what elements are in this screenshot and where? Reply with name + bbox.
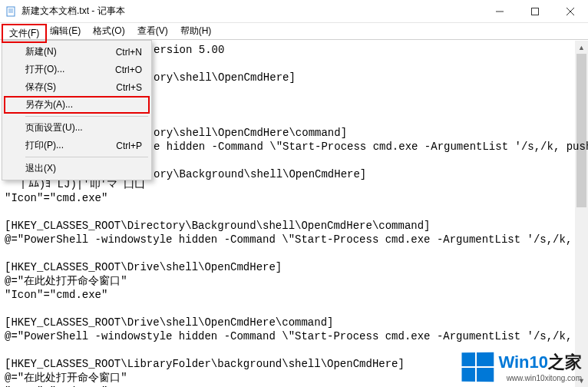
window-controls xyxy=(482,0,588,22)
menu-edit[interactable]: 编辑(E) xyxy=(44,23,87,39)
windows-logo-icon xyxy=(462,352,494,382)
menu-new[interactable]: 新建(N) Ctrl+N xyxy=(4,43,150,61)
maximize-button[interactable] xyxy=(517,0,553,22)
svg-rect-5 xyxy=(532,8,539,15)
menu-save[interactable]: 保存(S) Ctrl+S xyxy=(4,78,150,96)
menu-new-shortcut: Ctrl+N xyxy=(116,47,142,58)
watermark-url: www.win10xitong.com xyxy=(498,374,582,382)
menubar: 文件(F) 文件(F) 编辑(E) 格式(O) 查看(V) 帮助(H) xyxy=(0,23,588,40)
menu-separator-2 xyxy=(25,157,148,157)
file-dropdown: 新建(N) Ctrl+N 打开(O)... Ctrl+O 保存(S) Ctrl+… xyxy=(2,40,152,180)
menu-file[interactable]: 文件(F) xyxy=(3,25,45,41)
menu-exit[interactable]: 退出(X) xyxy=(4,160,150,177)
svg-rect-0 xyxy=(7,7,15,16)
watermark-main-b: 之家 xyxy=(548,352,582,372)
menu-view[interactable]: 查看(V) xyxy=(131,23,174,39)
menu-saveas[interactable]: 另存为(A)... xyxy=(4,96,150,114)
menu-saveas-label: 另存为(A)... xyxy=(25,98,73,111)
window-title: 新建文本文档.txt - 记事本 xyxy=(21,5,125,18)
scroll-thumb[interactable] xyxy=(576,54,586,207)
watermark-main-a: Win10 xyxy=(498,352,548,372)
menu-open-shortcut: Ctrl+O xyxy=(115,64,142,75)
notepad-icon xyxy=(5,5,17,18)
menu-open-label: 打开(O)... xyxy=(25,63,64,76)
menu-save-label: 保存(S) xyxy=(25,81,56,94)
vertical-scrollbar[interactable]: ▲ ▼ xyxy=(575,41,588,387)
watermark: Win10之家 www.win10xitong.com xyxy=(461,351,582,382)
menu-print-label: 打印(P)... xyxy=(25,139,64,152)
menu-print-shortcut: Ctrl+P xyxy=(116,141,142,151)
file-menu-highlight: 文件(F) xyxy=(2,24,47,43)
menu-pagesetup-label: 页面设置(U)... xyxy=(25,121,83,134)
menu-print[interactable]: 打印(P)... Ctrl+P xyxy=(4,137,150,154)
menu-help[interactable]: 帮助(H) xyxy=(174,23,218,39)
menu-pagesetup[interactable]: 页面设置(U)... xyxy=(4,119,150,137)
menu-exit-label: 退出(X) xyxy=(25,162,56,175)
close-button[interactable] xyxy=(553,0,588,22)
scroll-up-button[interactable]: ▲ xyxy=(575,41,588,54)
minimize-button[interactable] xyxy=(482,0,517,22)
scroll-track[interactable] xyxy=(575,54,588,374)
menu-separator-1 xyxy=(25,116,148,117)
menu-new-label: 新建(N) xyxy=(25,45,57,58)
titlebar: 新建文本文档.txt - 记事本 xyxy=(0,0,588,23)
menu-format[interactable]: 格式(O) xyxy=(87,23,130,39)
menu-save-shortcut: Ctrl+S xyxy=(116,82,142,93)
watermark-text: Win10之家 www.win10xitong.com xyxy=(498,351,582,382)
menu-open[interactable]: 打开(O)... Ctrl+O xyxy=(4,61,150,78)
